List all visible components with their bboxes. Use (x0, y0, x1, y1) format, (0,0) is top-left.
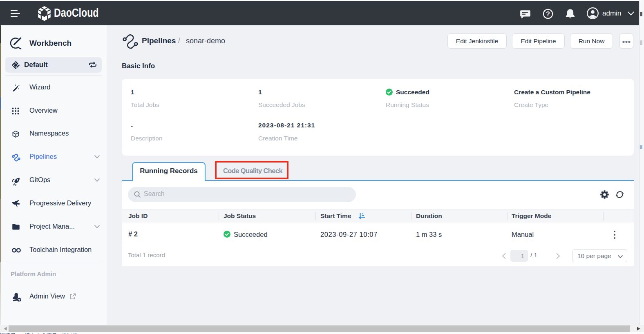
svg-text:?: ? (546, 10, 550, 18)
